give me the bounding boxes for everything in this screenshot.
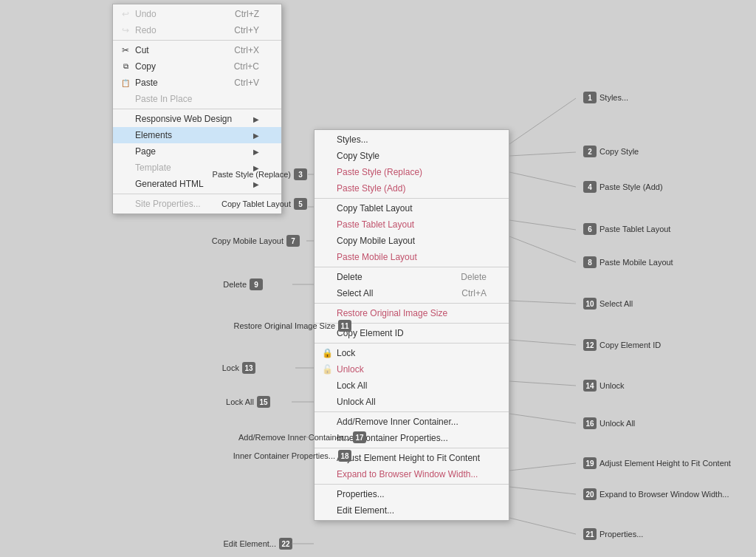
annotation-19-label: Adjust Element Height to Fit Content — [599, 459, 731, 468]
menu-item-copy-style[interactable]: Copy Style — [315, 148, 509, 164]
lock-all-label: Lock All — [337, 380, 367, 391]
annotation-9-label: Delete — [223, 280, 247, 289]
undo-icon: ↩ — [119, 7, 132, 21]
menu-item-page[interactable]: Page ▶ — [113, 143, 281, 160]
menu-item-paste-tablet-layout[interactable]: Paste Tablet Layout — [315, 216, 509, 233]
select-all-shortcut: Ctrl+A — [439, 288, 487, 298]
annotation-left-11: Restore Original Image Size 11 — [233, 320, 351, 332]
edit-element-label: Edit Element... — [337, 505, 394, 516]
menu-item-paste[interactable]: 📋 Paste Ctrl+V — [113, 75, 281, 91]
annotation-16-badge: 16 — [583, 417, 597, 429]
annotation-2-label: Copy Style — [599, 147, 639, 156]
annotation-4-badge: 4 — [583, 181, 597, 193]
annotation-17-label: Add/Remove Inner Container... — [238, 433, 350, 442]
separator-s8 — [315, 484, 509, 485]
paste-tablet-layout-label: Paste Tablet Layout — [337, 219, 414, 230]
annotation-3-badge: 3 — [294, 168, 307, 180]
svg-line-16 — [509, 340, 576, 345]
annotation-5-badge: 5 — [294, 198, 307, 210]
paste-style-add-label: Paste Style (Add) — [337, 183, 405, 194]
annotation-right-2: 2 Copy Style — [583, 146, 639, 157]
menu-item-cut[interactable]: ✂ Cut Ctrl+X — [113, 42, 281, 58]
paste-style-replace-label: Paste Style (Replace) — [337, 167, 422, 177]
annotation-9-badge: 9 — [250, 278, 263, 290]
annotation-right-6: 6 Paste Tablet Layout — [583, 223, 670, 235]
paste-mobile-layout-label: Paste Mobile Layout — [337, 252, 417, 262]
cut-label: Cut — [135, 45, 149, 55]
svg-line-21 — [509, 518, 576, 534]
annotation-right-21: 21 Properties... — [583, 528, 643, 540]
menu-item-restore-image-size[interactable]: Restore Original Image Size — [315, 305, 509, 321]
elements-arrow: ▶ — [253, 131, 259, 140]
paste-shortcut: Ctrl+V — [212, 78, 259, 88]
menu-item-unlock-all[interactable]: Unlock All — [315, 394, 509, 410]
annotation-16-label: Unlock All — [599, 419, 635, 428]
add-remove-inner-label: Add/Remove Inner Container... — [337, 417, 458, 427]
annotation-4-label: Paste Style (Add) — [599, 182, 663, 191]
menu-item-elements[interactable]: Elements ▶ — [113, 127, 281, 143]
separator-1 — [113, 40, 281, 41]
menu-item-paste-style-replace[interactable]: Paste Style (Replace) — [315, 164, 509, 180]
site-properties-label: Site Properties... — [135, 199, 201, 209]
svg-line-20 — [509, 487, 576, 494]
menu-item-paste-in-place[interactable]: Paste In Place — [113, 91, 281, 107]
annotation-7-badge: 7 — [286, 235, 300, 247]
svg-line-17 — [509, 381, 576, 386]
menu-item-styles[interactable]: Styles... — [315, 131, 509, 148]
annotation-right-10: 10 Select All — [583, 298, 633, 310]
undo-label: Undo — [135, 9, 157, 19]
svg-line-11 — [509, 152, 576, 156]
annotation-20-label: Expand to Browser Window Width... — [599, 490, 729, 499]
delete-label: Delete — [337, 272, 362, 282]
elements-label: Elements — [135, 130, 172, 140]
menu-item-paste-style-add[interactable]: Paste Style (Add) — [315, 180, 509, 197]
menu-item-select-all[interactable]: Select All Ctrl+A — [315, 285, 509, 301]
copy-icon: ⧉ — [119, 60, 132, 73]
menu-item-copy-mobile-layout[interactable]: Copy Mobile Layout — [315, 233, 509, 249]
menu-item-copy-tablet-layout[interactable]: Copy Tablet Layout — [315, 200, 509, 216]
copy-tablet-layout-label: Copy Tablet Layout — [337, 203, 413, 213]
annotation-left-13: Lock 13 — [222, 362, 255, 374]
menu-item-edit-element[interactable]: Edit Element... — [315, 502, 509, 519]
menu-item-expand-browser-width[interactable]: Expand to Browser Window Width... — [315, 466, 509, 482]
menu-item-lock-all[interactable]: Lock All — [315, 377, 509, 394]
annotation-right-19: 19 Adjust Element Height to Fit Content — [583, 457, 731, 469]
annotation-6-badge: 6 — [583, 223, 597, 235]
annotation-18-label: Inner Container Properties... — [233, 451, 335, 460]
annotation-left-3: Paste Style (Replace) 3 — [213, 168, 307, 180]
menu-item-responsive[interactable]: Responsive Web Design ▶ — [113, 111, 281, 127]
menu-item-lock[interactable]: 🔒 Lock — [315, 345, 509, 361]
menu-item-unlock[interactable]: 🔓 Unlock — [315, 361, 509, 377]
menu-item-paste-mobile-layout[interactable]: Paste Mobile Layout — [315, 249, 509, 265]
select-all-label: Select All — [337, 288, 373, 298]
annotation-17-badge: 17 — [353, 431, 366, 443]
separator-s7 — [315, 448, 509, 448]
annotation-right-14: 14 Unlock — [583, 380, 625, 392]
menu-item-add-remove-inner[interactable]: Add/Remove Inner Container... — [315, 414, 509, 430]
annotation-11-label: Restore Original Image Size — [233, 321, 335, 330]
menu-item-redo[interactable]: ↪ Redo Ctrl+Y — [113, 22, 281, 38]
svg-line-18 — [509, 414, 576, 423]
paste-label: Paste — [135, 78, 158, 88]
expand-browser-width-label: Expand to Browser Window Width... — [337, 469, 478, 479]
annotation-11-badge: 11 — [338, 320, 351, 332]
template-label: Template — [135, 163, 171, 173]
annotation-left-5: Copy Tablet Layout 5 — [221, 198, 307, 210]
annotation-8-badge: 8 — [583, 256, 597, 268]
annotation-right-20: 20 Expand to Browser Window Width... — [583, 488, 729, 500]
annotation-1-badge: 1 — [583, 92, 597, 103]
annotation-8-label: Paste Mobile Layout — [599, 258, 673, 267]
annotation-left-22: Edit Element... 22 — [223, 538, 292, 550]
copy-shortcut: Ctrl+C — [212, 61, 259, 72]
menu-item-delete[interactable]: Delete Delete — [315, 269, 509, 285]
annotation-15-label: Lock All — [226, 397, 254, 406]
annotation-13-label: Lock — [222, 363, 239, 372]
annotation-19-badge: 19 — [583, 457, 597, 469]
annotation-22-label: Edit Element... — [223, 539, 276, 548]
annotation-7-label: Copy Mobile Layout — [212, 236, 284, 245]
svg-line-12 — [509, 172, 576, 187]
menu-item-undo[interactable]: ↩ Undo Ctrl+Z — [113, 6, 281, 22]
page-label: Page — [135, 146, 156, 157]
menu-item-properties[interactable]: Properties... — [315, 486, 509, 502]
menu-item-copy[interactable]: ⧉ Copy Ctrl+C — [113, 58, 281, 75]
